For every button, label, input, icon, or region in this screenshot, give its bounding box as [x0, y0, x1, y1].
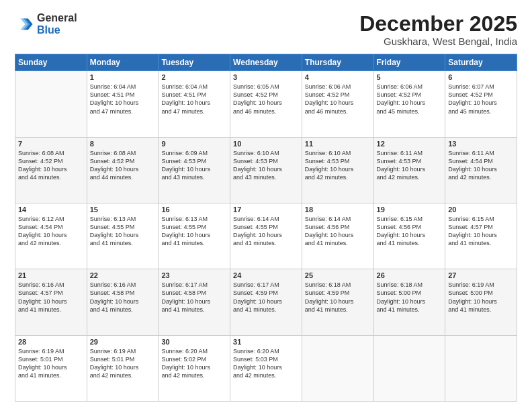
month-title: December 2025 — [359, 12, 517, 36]
day-number: 7 — [18, 140, 84, 148]
calendar-cell: 22Sunrise: 6:16 AM Sunset: 4:58 PM Dayli… — [87, 269, 159, 335]
day-number: 16 — [161, 205, 227, 214]
day-number: 1 — [90, 73, 156, 81]
day-info: Sunrise: 6:14 AM Sunset: 4:56 PM Dayligh… — [305, 215, 371, 248]
day-info: Sunrise: 6:11 AM Sunset: 4:53 PM Dayligh… — [377, 149, 443, 182]
calendar-cell — [15, 71, 87, 137]
weekday-header: Saturday — [445, 54, 517, 71]
day-info: Sunrise: 6:13 AM Sunset: 4:55 PM Dayligh… — [90, 215, 156, 248]
day-number: 11 — [305, 140, 371, 148]
weekday-header: Tuesday — [159, 54, 230, 71]
day-info: Sunrise: 6:07 AM Sunset: 4:52 PM Dayligh… — [448, 83, 514, 116]
day-info: Sunrise: 6:09 AM Sunset: 4:53 PM Dayligh… — [161, 149, 227, 182]
calendar-cell: 18Sunrise: 6:14 AM Sunset: 4:56 PM Dayli… — [302, 203, 373, 269]
day-info: Sunrise: 6:04 AM Sunset: 4:51 PM Dayligh… — [161, 83, 227, 116]
day-number: 12 — [377, 140, 443, 148]
day-info: Sunrise: 6:15 AM Sunset: 4:57 PM Dayligh… — [448, 215, 514, 248]
day-number: 14 — [18, 205, 84, 214]
calendar-cell: 9Sunrise: 6:09 AM Sunset: 4:53 PM Daylig… — [159, 137, 230, 203]
day-number: 23 — [161, 271, 227, 279]
calendar-cell: 27Sunrise: 6:19 AM Sunset: 5:00 PM Dayli… — [445, 269, 517, 335]
calendar-cell: 21Sunrise: 6:16 AM Sunset: 4:57 PM Dayli… — [15, 269, 87, 335]
day-info: Sunrise: 6:05 AM Sunset: 4:52 PM Dayligh… — [233, 83, 299, 116]
day-number: 29 — [90, 338, 156, 346]
calendar-cell: 25Sunrise: 6:18 AM Sunset: 4:59 PM Dayli… — [302, 269, 373, 335]
day-number: 5 — [377, 73, 443, 81]
calendar-cell: 12Sunrise: 6:11 AM Sunset: 4:53 PM Dayli… — [373, 137, 445, 203]
day-number: 22 — [90, 271, 156, 279]
calendar-week-row: 1Sunrise: 6:04 AM Sunset: 4:51 PM Daylig… — [15, 71, 517, 137]
calendar-cell: 31Sunrise: 6:20 AM Sunset: 5:03 PM Dayli… — [230, 335, 302, 401]
day-number: 31 — [233, 338, 299, 346]
calendar-cell: 24Sunrise: 6:17 AM Sunset: 4:59 PM Dayli… — [230, 269, 302, 335]
day-info: Sunrise: 6:11 AM Sunset: 4:54 PM Dayligh… — [448, 149, 514, 182]
logo: General Blue — [15, 12, 77, 36]
calendar-cell: 11Sunrise: 6:10 AM Sunset: 4:53 PM Dayli… — [302, 137, 373, 203]
calendar-week-row: 28Sunrise: 6:19 AM Sunset: 5:01 PM Dayli… — [15, 335, 517, 401]
day-info: Sunrise: 6:08 AM Sunset: 4:52 PM Dayligh… — [90, 149, 156, 182]
day-number: 21 — [18, 271, 84, 279]
day-info: Sunrise: 6:18 AM Sunset: 5:00 PM Dayligh… — [377, 281, 443, 314]
day-info: Sunrise: 6:08 AM Sunset: 4:52 PM Dayligh… — [18, 149, 84, 182]
calendar-cell: 2Sunrise: 6:04 AM Sunset: 4:51 PM Daylig… — [159, 71, 230, 137]
day-info: Sunrise: 6:18 AM Sunset: 4:59 PM Dayligh… — [305, 281, 371, 314]
day-number: 18 — [305, 205, 371, 214]
logo-general: General — [37, 12, 77, 24]
day-number: 25 — [305, 271, 371, 279]
day-number: 6 — [448, 73, 514, 81]
calendar-cell: 30Sunrise: 6:20 AM Sunset: 5:02 PM Dayli… — [159, 335, 230, 401]
calendar-cell: 26Sunrise: 6:18 AM Sunset: 5:00 PM Dayli… — [373, 269, 445, 335]
weekday-header: Thursday — [302, 54, 373, 71]
day-info: Sunrise: 6:10 AM Sunset: 4:53 PM Dayligh… — [233, 149, 299, 182]
calendar-cell — [302, 335, 373, 401]
day-info: Sunrise: 6:06 AM Sunset: 4:52 PM Dayligh… — [377, 83, 443, 116]
day-number: 17 — [233, 205, 299, 214]
calendar-cell: 1Sunrise: 6:04 AM Sunset: 4:51 PM Daylig… — [87, 71, 159, 137]
calendar-cell: 23Sunrise: 6:17 AM Sunset: 4:58 PM Dayli… — [159, 269, 230, 335]
header: General Blue December 2025 Guskhara, Wes… — [15, 12, 517, 47]
calendar-cell: 20Sunrise: 6:15 AM Sunset: 4:57 PM Dayli… — [445, 203, 517, 269]
calendar-cell: 5Sunrise: 6:06 AM Sunset: 4:52 PM Daylig… — [373, 71, 445, 137]
day-info: Sunrise: 6:04 AM Sunset: 4:51 PM Dayligh… — [90, 83, 156, 116]
day-number: 13 — [448, 140, 514, 148]
calendar-cell: 29Sunrise: 6:19 AM Sunset: 5:01 PM Dayli… — [87, 335, 159, 401]
day-number: 10 — [233, 140, 299, 148]
day-number: 26 — [377, 271, 443, 279]
day-info: Sunrise: 6:16 AM Sunset: 4:58 PM Dayligh… — [90, 281, 156, 314]
day-info: Sunrise: 6:19 AM Sunset: 5:01 PM Dayligh… — [90, 347, 156, 380]
logo-blue: Blue — [37, 24, 77, 36]
page: General Blue December 2025 Guskhara, Wes… — [0, 0, 532, 411]
day-info: Sunrise: 6:19 AM Sunset: 5:00 PM Dayligh… — [448, 281, 514, 314]
calendar-cell — [445, 335, 517, 401]
weekday-header: Sunday — [15, 54, 87, 71]
day-number: 4 — [305, 73, 371, 81]
calendar-cell — [373, 335, 445, 401]
day-number: 8 — [90, 140, 156, 148]
calendar-cell: 4Sunrise: 6:06 AM Sunset: 4:52 PM Daylig… — [302, 71, 373, 137]
calendar-cell: 8Sunrise: 6:08 AM Sunset: 4:52 PM Daylig… — [87, 137, 159, 203]
day-number: 24 — [233, 271, 299, 279]
day-info: Sunrise: 6:20 AM Sunset: 5:03 PM Dayligh… — [233, 347, 299, 380]
day-number: 20 — [448, 205, 514, 214]
calendar-cell: 7Sunrise: 6:08 AM Sunset: 4:52 PM Daylig… — [15, 137, 87, 203]
calendar-week-row: 21Sunrise: 6:16 AM Sunset: 4:57 PM Dayli… — [15, 269, 517, 335]
weekday-header: Monday — [87, 54, 159, 71]
calendar-cell: 28Sunrise: 6:19 AM Sunset: 5:01 PM Dayli… — [15, 335, 87, 401]
day-info: Sunrise: 6:19 AM Sunset: 5:01 PM Dayligh… — [18, 347, 84, 380]
calendar-cell: 6Sunrise: 6:07 AM Sunset: 4:52 PM Daylig… — [445, 71, 517, 137]
day-info: Sunrise: 6:10 AM Sunset: 4:53 PM Dayligh… — [305, 149, 371, 182]
calendar-cell: 19Sunrise: 6:15 AM Sunset: 4:56 PM Dayli… — [373, 203, 445, 269]
calendar-header-row: SundayMondayTuesdayWednesdayThursdayFrid… — [15, 54, 517, 71]
calendar-week-row: 7Sunrise: 6:08 AM Sunset: 4:52 PM Daylig… — [15, 137, 517, 203]
weekday-header: Wednesday — [230, 54, 302, 71]
day-info: Sunrise: 6:16 AM Sunset: 4:57 PM Dayligh… — [18, 281, 84, 314]
logo-text: General Blue — [37, 12, 77, 36]
day-number: 19 — [377, 205, 443, 214]
day-info: Sunrise: 6:20 AM Sunset: 5:02 PM Dayligh… — [161, 347, 227, 380]
day-info: Sunrise: 6:12 AM Sunset: 4:54 PM Dayligh… — [18, 215, 84, 248]
day-info: Sunrise: 6:13 AM Sunset: 4:55 PM Dayligh… — [161, 215, 227, 248]
day-info: Sunrise: 6:15 AM Sunset: 4:56 PM Dayligh… — [377, 215, 443, 248]
calendar-cell: 10Sunrise: 6:10 AM Sunset: 4:53 PM Dayli… — [230, 137, 302, 203]
calendar-cell: 3Sunrise: 6:05 AM Sunset: 4:52 PM Daylig… — [230, 71, 302, 137]
day-number: 30 — [161, 338, 227, 346]
